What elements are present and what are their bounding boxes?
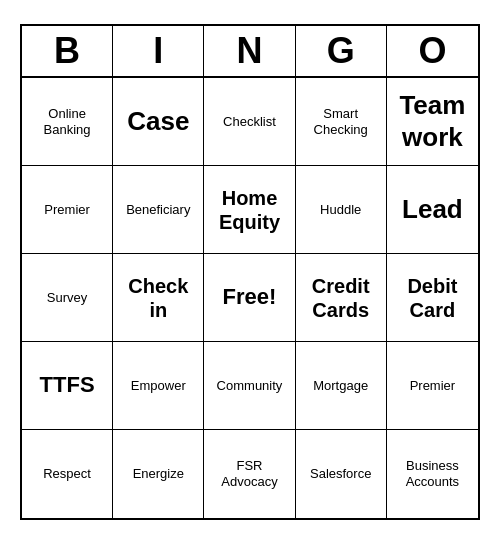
header-letter: O: [387, 26, 478, 76]
bingo-header: BINGO: [22, 26, 478, 78]
bingo-cell: Free!: [204, 254, 295, 342]
bingo-cell: Premier: [387, 342, 478, 430]
header-letter: N: [204, 26, 295, 76]
header-letter: G: [296, 26, 387, 76]
bingo-cell: Energize: [113, 430, 204, 518]
bingo-cell: Case: [113, 78, 204, 166]
header-letter: I: [113, 26, 204, 76]
header-letter: B: [22, 26, 113, 76]
bingo-cell: Debit Card: [387, 254, 478, 342]
bingo-cell: Business Accounts: [387, 430, 478, 518]
bingo-cell: Smart Checking: [296, 78, 387, 166]
bingo-cell: TTFS: [22, 342, 113, 430]
bingo-cell: Team work: [387, 78, 478, 166]
bingo-cell: Empower: [113, 342, 204, 430]
bingo-cell: Lead: [387, 166, 478, 254]
bingo-cell: Huddle: [296, 166, 387, 254]
bingo-cell: Survey: [22, 254, 113, 342]
bingo-cell: Online Banking: [22, 78, 113, 166]
bingo-card: BINGO Online BankingCaseChecklistSmart C…: [20, 24, 480, 520]
bingo-cell: Salesforce: [296, 430, 387, 518]
bingo-cell: Premier: [22, 166, 113, 254]
bingo-cell: Community: [204, 342, 295, 430]
bingo-cell: Check in: [113, 254, 204, 342]
bingo-cell: FSR Advocacy: [204, 430, 295, 518]
bingo-cell: Checklist: [204, 78, 295, 166]
bingo-cell: Home Equity: [204, 166, 295, 254]
bingo-cell: Credit Cards: [296, 254, 387, 342]
bingo-cell: Respect: [22, 430, 113, 518]
bingo-cell: Mortgage: [296, 342, 387, 430]
bingo-grid: Online BankingCaseChecklistSmart Checkin…: [22, 78, 478, 518]
bingo-cell: Beneficiary: [113, 166, 204, 254]
